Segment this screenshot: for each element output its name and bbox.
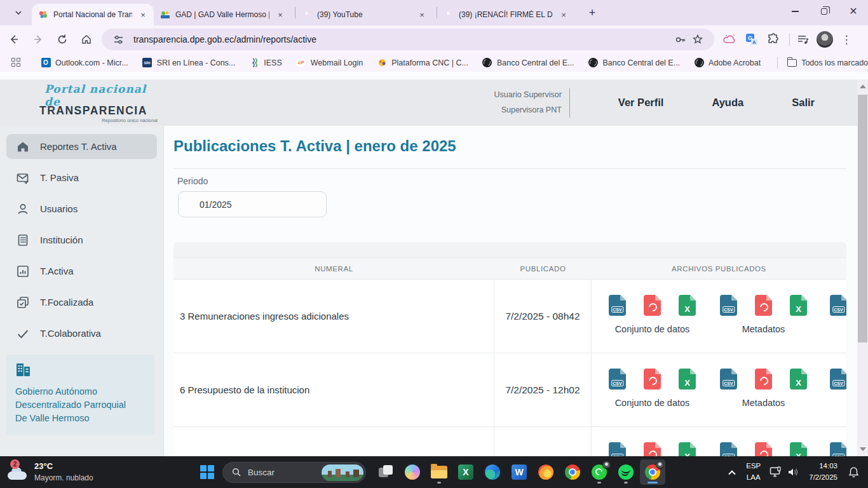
- address-bar[interactable]: transparencia.dpe.gob.ec/admin/reports/a…: [102, 29, 714, 50]
- pdf-file-icon[interactable]: [755, 442, 772, 456]
- bookmark-banco-central-1[interactable]: Banco Central del E...: [482, 58, 574, 68]
- ayuda-link[interactable]: Ayuda: [712, 97, 743, 109]
- tab-close-icon[interactable]: ×: [137, 9, 149, 20]
- scrollbar-down-arrow[interactable]: [860, 447, 866, 451]
- period-input[interactable]: 01/2025: [178, 191, 327, 217]
- sidebar-item-t-colaborativa[interactable]: T.Colaborativa: [6, 321, 157, 346]
- extensions-area: GA ⋮: [721, 30, 858, 49]
- pdf-file-icon[interactable]: [644, 295, 661, 316]
- numeral-cell: 3 Remuneraciones ingresos adicionales: [173, 280, 494, 353]
- tab-search-button[interactable]: [9, 3, 28, 22]
- tab-close-icon[interactable]: ×: [558, 9, 569, 20]
- ver-perfil-link[interactable]: Ver Perfil: [618, 97, 664, 109]
- firefox-button[interactable]: [533, 459, 559, 485]
- taskbar-search[interactable]: Buscar: [222, 462, 366, 483]
- salir-link[interactable]: Salir: [792, 97, 815, 109]
- sidebar-item-t-pasiva[interactable]: T. Pasiva: [6, 165, 157, 190]
- tab-youtube-video[interactable]: (39) ¡RENACÍ! FIRMÉ EL DIVORC ×: [437, 4, 578, 25]
- system-icons[interactable]: [770, 466, 800, 478]
- bookmark-iess[interactable]: IESS: [249, 58, 282, 68]
- xls-file-icon[interactable]: [790, 369, 807, 390]
- bookmark-sri[interactable]: SRI SRI en Línea - Cons...: [142, 58, 236, 68]
- language-indicator[interactable]: ESP LAA: [746, 461, 761, 484]
- spotify-button[interactable]: [613, 459, 639, 485]
- csv-file-icon[interactable]: [720, 442, 737, 456]
- tab-close-icon[interactable]: ×: [275, 9, 286, 20]
- apps-grid-icon[interactable]: [11, 58, 20, 68]
- reload-button[interactable]: [52, 29, 72, 50]
- sidebar-item-t-activa[interactable]: T.Activa: [6, 259, 157, 283]
- tab-gad-valle-hermoso[interactable]: GAD | GAD Valle Hermoso | ×: [154, 4, 295, 25]
- csv-file-icon[interactable]: [609, 295, 626, 316]
- csv-file-icon[interactable]: [720, 295, 737, 316]
- scrollbar-thumb[interactable]: [858, 95, 867, 342]
- csv-file-icon[interactable]: [830, 295, 846, 316]
- xls-file-icon[interactable]: [790, 295, 807, 316]
- pdf-file-icon[interactable]: [644, 442, 661, 456]
- file-explorer-button[interactable]: [426, 459, 452, 485]
- media-controls-icon[interactable]: [794, 30, 813, 49]
- chrome-button[interactable]: [560, 459, 585, 485]
- start-button[interactable]: [196, 461, 219, 484]
- whatsapp-button[interactable]: [587, 459, 612, 485]
- scrollbar[interactable]: [857, 79, 868, 456]
- csv-file-icon[interactable]: [720, 369, 737, 390]
- back-button[interactable]: [4, 29, 24, 50]
- pdf-file-icon[interactable]: [644, 369, 661, 390]
- extensions-puzzle-icon[interactable]: [764, 30, 783, 49]
- xls-file-icon[interactable]: [679, 442, 696, 456]
- edge-button[interactable]: [480, 459, 505, 485]
- sidebar-item-t-focalizada[interactable]: T.Focalizada: [6, 290, 157, 315]
- tab-close-icon[interactable]: ×: [416, 9, 428, 20]
- weather-extension-icon[interactable]: [721, 30, 740, 49]
- tab-youtube[interactable]: (39) YouTube ×: [295, 4, 437, 25]
- pnt-logo: Portal nacional de TRANSPARENCIA Reposit…: [39, 83, 160, 123]
- weather-widget[interactable]: 2 23°C Mayorm. nublado: [6, 461, 121, 484]
- csv-file-icon[interactable]: [830, 442, 846, 456]
- password-key-icon[interactable]: [671, 30, 689, 48]
- institution-card[interactable]: Gobierno Autónomo Descentralizado Parroq…: [6, 355, 154, 435]
- bookmark-webmail[interactable]: cP Webmail Login: [296, 58, 363, 68]
- home-button[interactable]: [76, 29, 97, 50]
- csv-file-icon[interactable]: [609, 442, 626, 456]
- minimize-button[interactable]: [780, 0, 810, 23]
- scrollbar-up-arrow[interactable]: [860, 85, 866, 88]
- all-bookmarks-button[interactable]: Todos los marcadores: [787, 58, 868, 68]
- bookmark-star-icon[interactable]: [689, 30, 707, 48]
- forward-button[interactable]: [28, 29, 48, 50]
- xls-file-icon[interactable]: [790, 442, 807, 456]
- sidebar-item-usuarios[interactable]: Usuarios: [6, 196, 157, 221]
- bookmarks-bar: O Outlook.com - Micr... SRI SRI en Línea…: [0, 53, 868, 72]
- word-button[interactable]: W: [506, 459, 532, 485]
- csv-file-icon[interactable]: [830, 369, 846, 390]
- tab-portal-transparencia[interactable]: Portal Nacional de Transparenci ×: [32, 4, 154, 25]
- bookmark-adobe[interactable]: Adobe Acrobat: [694, 58, 761, 68]
- bookmark-outlook[interactable]: O Outlook.com - Micr...: [41, 58, 128, 68]
- site-settings-icon[interactable]: [109, 30, 127, 48]
- sidebar-item-reportes-t-activa[interactable]: Reportes T. Activa: [6, 134, 157, 159]
- copilot-button[interactable]: [400, 459, 425, 485]
- excel-button[interactable]: X: [453, 459, 478, 485]
- hidden-icons-chevron[interactable]: [724, 464, 740, 480]
- xls-file-icon[interactable]: [679, 369, 696, 390]
- google-translate-icon[interactable]: GA: [742, 30, 761, 49]
- xls-file-icon[interactable]: [679, 295, 696, 316]
- task-view-button[interactable]: [373, 459, 398, 485]
- new-tab-button[interactable]: +: [583, 4, 601, 22]
- url-text[interactable]: transparencia.dpe.gob.ec/admin/reports/a…: [133, 34, 671, 44]
- pdf-file-icon[interactable]: [755, 295, 772, 316]
- chrome-active-button[interactable]: [640, 459, 665, 485]
- bookmark-cnc[interactable]: Plataforma CNC | C...: [377, 58, 468, 68]
- profile-avatar[interactable]: [815, 30, 834, 49]
- browser-menu-icon[interactable]: ⋮: [837, 30, 856, 49]
- clock[interactable]: 14:03 7/2/2025: [809, 461, 837, 484]
- bookmark-banco-central-2[interactable]: Banco Central del E...: [588, 58, 681, 68]
- restore-button[interactable]: [810, 0, 839, 23]
- pdf-file-icon[interactable]: [755, 369, 772, 390]
- close-button[interactable]: ✕: [839, 0, 868, 23]
- sidebar-item-institucion[interactable]: Institución: [6, 227, 157, 252]
- notifications-bell-icon[interactable]: [844, 463, 863, 482]
- search-highlight-image[interactable]: [322, 464, 363, 481]
- windows-logo-icon: [200, 465, 214, 479]
- csv-file-icon[interactable]: [609, 369, 626, 390]
